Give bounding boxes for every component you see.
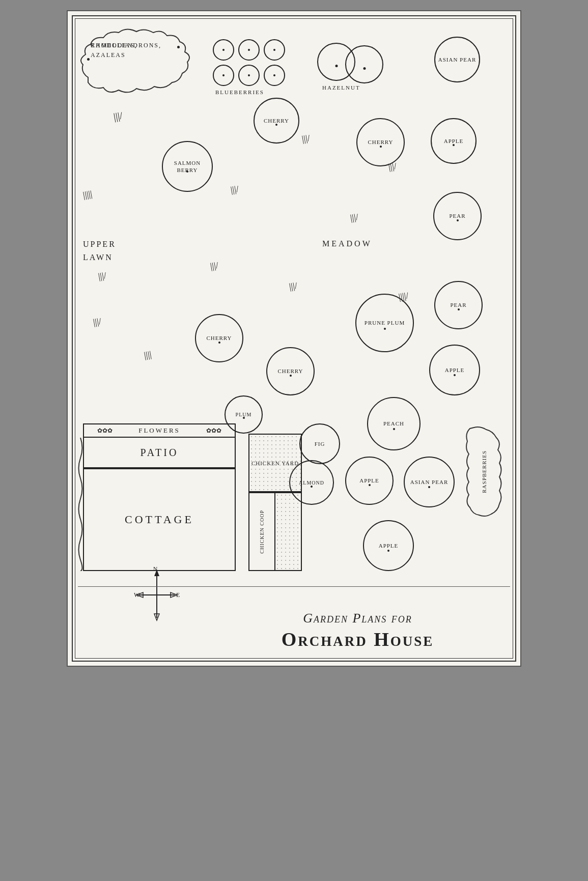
salmonberry-circle: Salmon Berry xyxy=(162,141,213,192)
patio-area: Patio xyxy=(83,438,236,468)
prune-plum-label: Prune Plum xyxy=(365,319,405,326)
cherry-left-circle: Cherry xyxy=(195,314,243,362)
camellias-dot xyxy=(87,58,90,61)
garden-plan-page: Camellias, Rhododendrons, + Azaleas Blue… xyxy=(67,10,521,667)
pear-top-circle: Pear xyxy=(433,192,482,240)
cherry-center-label: Cherry xyxy=(277,367,303,375)
grass-8: |||/ xyxy=(97,270,107,282)
raspberries-cloud: Raspberries xyxy=(465,423,503,520)
svg-text:S: S xyxy=(154,621,157,623)
grass-5: |||/ xyxy=(230,184,239,195)
azaleas-label: + Azaleas xyxy=(91,41,126,60)
apple-mid-dot xyxy=(454,374,456,376)
apple-lower-dot xyxy=(369,484,371,486)
apple-top-label: Apple xyxy=(444,137,464,145)
cherry-center-circle: Cherry xyxy=(266,347,315,395)
hazelnut-dot-2 xyxy=(363,67,366,70)
cherry-center-dot xyxy=(290,375,292,377)
cherry-left-label: Cherry xyxy=(206,334,232,342)
flowers-bar: ✿✿✿ Flowers ✿✿✿ xyxy=(83,423,236,438)
grass-7: |||/ xyxy=(209,260,219,272)
asian-pear-bottom-label: Asian Pear xyxy=(410,478,448,486)
asian-pear-bottom-dot xyxy=(428,486,430,488)
raspberries-label: Raspberries xyxy=(481,450,487,493)
apple-bottom-circle: ApplE xyxy=(363,520,414,571)
raspberries-text-container: Raspberries xyxy=(469,431,499,513)
almond-circle: Almond xyxy=(289,460,334,505)
blueberry-6 xyxy=(264,65,285,86)
plum-dot xyxy=(243,417,245,419)
title-line1: Garden Plans for xyxy=(210,611,505,626)
grass-10: |||/ xyxy=(288,280,298,292)
cherry-mid-right-circle: Cherry xyxy=(356,118,405,166)
fig-label: Fig xyxy=(315,440,325,447)
peach-label: Peach xyxy=(383,420,404,427)
apple-top-dot xyxy=(453,144,455,146)
prune-plum-dot xyxy=(384,328,386,330)
blueberry-5 xyxy=(238,65,260,86)
prune-plum-circle: Prune Plum xyxy=(355,294,414,352)
flowers-deco-left: ✿✿✿ xyxy=(97,427,113,435)
grass-4: ||||| xyxy=(82,189,93,201)
asian-pear-bottom-circle: Asian Pear xyxy=(404,457,455,507)
blueberry-3 xyxy=(264,39,285,61)
apple-mid-circle: Apple xyxy=(429,345,480,395)
almond-dot xyxy=(311,486,313,488)
page-divider-bottom xyxy=(78,586,510,587)
chicken-coop-label: Chicken Coop xyxy=(259,510,265,554)
flowers-deco-right: ✿✿✿ xyxy=(206,427,221,435)
salmonberry-dot xyxy=(186,170,188,173)
blueberry-1 xyxy=(213,39,234,61)
cherry-mid-right-label: Cherry xyxy=(368,138,393,146)
cherry-left-dot xyxy=(218,342,220,344)
grass-6: |||/ xyxy=(349,212,359,223)
meadow-label: Meadow xyxy=(322,239,372,248)
peach-dot xyxy=(393,428,395,430)
chicken-coop-texture xyxy=(275,493,301,570)
grass-12: |||| xyxy=(143,349,152,361)
blueberry-4 xyxy=(213,65,234,86)
cherry-top-dot xyxy=(275,124,277,126)
cherry-top-label: Cherry xyxy=(264,117,289,124)
pear-top-label: Pear xyxy=(449,212,465,219)
grass-1: |||/ xyxy=(113,110,123,123)
cottage-area: Cottage xyxy=(83,469,236,571)
camellias-dot2 xyxy=(177,46,180,48)
cherry-mid-right-dot xyxy=(380,146,382,148)
blueberry-2 xyxy=(238,39,260,61)
svg-text:W: W xyxy=(134,591,140,599)
almond-label: Almond xyxy=(299,479,324,486)
flowers-label: Flowers xyxy=(138,427,180,435)
pear-mid-dot xyxy=(458,308,460,310)
chicken-yard-label: Chicken Yard xyxy=(251,460,299,466)
title-area: Garden Plans for Orchard House xyxy=(210,611,505,650)
grass-3: |||/ xyxy=(387,161,397,173)
apple-lower-label: Apple xyxy=(359,477,379,484)
camellias-cloud: Camellias, Rhododendrons, + Azaleas xyxy=(78,26,195,98)
apple-top-circle: Apple xyxy=(431,118,477,164)
apple-bottom-label: ApplE xyxy=(379,542,399,549)
fig-circle: Fig xyxy=(299,423,340,464)
chicken-coop-label-area: Chicken Coop xyxy=(249,493,275,570)
pear-mid-circle: Pear xyxy=(434,281,483,329)
patio-label: Patio xyxy=(141,447,179,459)
svg-text:N: N xyxy=(153,567,158,573)
apple-lower-circle: Apple xyxy=(345,457,394,505)
blueberries-label: Blueberries xyxy=(215,89,264,95)
pear-top-dot xyxy=(457,219,459,221)
peach-circle: Peach xyxy=(367,397,421,450)
hazelnut-circle-2 xyxy=(345,45,383,83)
chicken-coop-area: Chicken Coop xyxy=(248,492,302,571)
hazelnut-dot-1 xyxy=(335,65,338,67)
apple-bottom-dot xyxy=(387,550,389,552)
apple-mid-label: Apple xyxy=(445,366,465,374)
hazelnut-label: Hazelnut xyxy=(322,84,360,91)
upper-lawn-label: UpperLawn xyxy=(83,238,116,264)
cottage-label: Cottage xyxy=(125,513,194,526)
svg-text:E: E xyxy=(176,591,180,599)
compass: N S E W xyxy=(134,567,180,625)
title-line2: Orchard House xyxy=(210,628,505,650)
asian-pear-top-circle: Asian Pear xyxy=(434,37,480,82)
cottage-wavy-left xyxy=(77,438,84,571)
asian-pear-top-label: Asian Pear xyxy=(438,56,476,63)
